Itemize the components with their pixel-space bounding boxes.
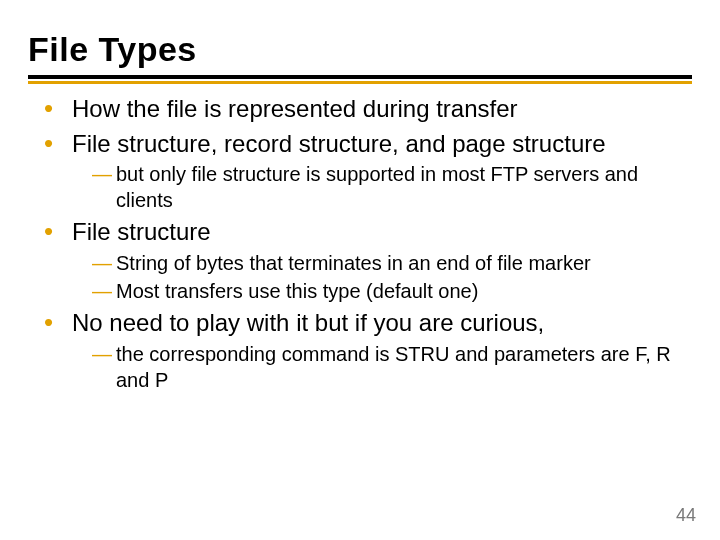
sub-bullet-text: the corresponding command is STRU and pa… xyxy=(116,343,671,391)
slide-title: File Types xyxy=(28,30,692,69)
bullet-item: No need to play with it but if you are c… xyxy=(44,308,692,393)
page-number: 44 xyxy=(676,505,696,526)
sub-bullet-list: the corresponding command is STRU and pa… xyxy=(72,341,692,393)
bullet-list: How the file is represented during trans… xyxy=(28,94,692,393)
sub-bullet-text: String of bytes that terminates in an en… xyxy=(116,252,591,274)
sub-bullet-list: String of bytes that terminates in an en… xyxy=(72,250,692,304)
bullet-item: File structure String of bytes that term… xyxy=(44,217,692,304)
bullet-text: No need to play with it but if you are c… xyxy=(72,309,544,336)
sub-bullet-text: but only file structure is supported in … xyxy=(116,163,638,211)
bullet-item: How the file is represented during trans… xyxy=(44,94,692,125)
sub-bullet-item: but only file structure is supported in … xyxy=(92,161,692,213)
sub-bullet-list: but only file structure is supported in … xyxy=(72,161,692,213)
rule-orange xyxy=(28,81,692,84)
bullet-item: File structure, record structure, and pa… xyxy=(44,129,692,214)
bullet-text: File structure xyxy=(72,218,211,245)
bullet-text: File structure, record structure, and pa… xyxy=(72,130,606,157)
sub-bullet-text: Most transfers use this type (default on… xyxy=(116,280,478,302)
sub-bullet-item: String of bytes that terminates in an en… xyxy=(92,250,692,276)
slide: File Types How the file is represented d… xyxy=(0,0,720,540)
sub-bullet-item: the corresponding command is STRU and pa… xyxy=(92,341,692,393)
sub-bullet-item: Most transfers use this type (default on… xyxy=(92,278,692,304)
bullet-text: How the file is represented during trans… xyxy=(72,95,518,122)
title-rules xyxy=(28,75,692,84)
rule-black xyxy=(28,75,692,79)
